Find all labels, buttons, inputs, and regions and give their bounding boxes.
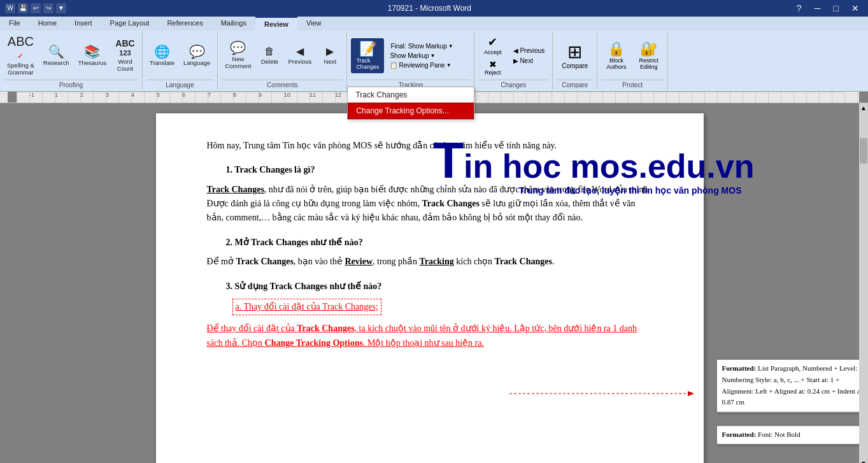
subheading-a-text: a. Thay đổi cài đặt của Track Changes;: [236, 302, 378, 311]
redo-icon[interactable]: ↪: [43, 3, 53, 13]
next-comment-icon: ▶: [326, 46, 334, 57]
spelling-grammar-button[interactable]: ABC✓ Spelling &Grammar: [4, 33, 38, 78]
changes-buttons: ✔ Accept ✖ Reject ◀ Previous ▶ N: [478, 33, 548, 78]
vertical-scrollbar[interactable]: ▲ ▼: [859, 103, 868, 463]
protect-group-label: Protect: [601, 80, 664, 89]
minimize-button[interactable]: ─: [811, 3, 825, 13]
language-group: 🌐 Translate 💬 Language Language: [143, 32, 218, 90]
tc-ref1: Track Changes: [236, 257, 294, 266]
previous-comment-button[interactable]: ◀ Previous: [285, 45, 315, 67]
reject-button[interactable]: ✖ Reject: [478, 58, 507, 77]
tracking-items: 📝 TrackChanges Final: Show Markup ▼ Show…: [351, 33, 470, 78]
word-count-button[interactable]: ABC123 WordCount: [112, 37, 138, 75]
maximize-button[interactable]: □: [830, 3, 843, 13]
translate-label: Translate: [150, 59, 174, 66]
show-markup-label: Show Markup: [390, 52, 429, 59]
new-comment-icon: 💬: [230, 41, 246, 54]
tab-file[interactable]: File: [0, 17, 29, 31]
doc-scroll-area[interactable]: T in hoc mos.edu.vn Trung tâm đào tạo, l…: [0, 103, 859, 463]
final-show-markup-label: Final: Show Markup: [390, 43, 446, 50]
research-icon: 🔍: [48, 45, 64, 58]
formatted-arrow: [509, 387, 701, 400]
formatted-box-2-content: Formatted: Font: Not Bold: [717, 426, 860, 444]
reject-label: Reject: [485, 69, 501, 76]
tab-insert[interactable]: Insert: [66, 17, 101, 31]
language-icon: 💬: [189, 45, 205, 58]
word-count-label: WordCount: [117, 58, 133, 73]
changes-next-icon: ▶: [513, 57, 518, 64]
changes-group-label: Changes: [478, 80, 548, 89]
accept-reject-area: ✔ Accept ✖ Reject: [478, 34, 507, 77]
heading1-text: 1. Track Changes là gì?: [226, 165, 315, 175]
previous-comment-label: Previous: [288, 58, 311, 65]
changes-next-button[interactable]: ▶ Next: [509, 56, 548, 66]
language-label: Language: [183, 59, 210, 66]
scroll-up-button[interactable]: ▲: [859, 103, 868, 113]
reviewing-pane-label: Reviewing Pane: [399, 62, 445, 69]
title-bar-left: W 💾 ↩ ↪ ▼: [5, 3, 66, 13]
tracking-ref: Tracking: [420, 257, 454, 266]
changes-previous-button[interactable]: ◀ Previous: [509, 46, 548, 55]
block-authors-button[interactable]: 🔒 BlockAuthors: [601, 39, 631, 72]
reviewing-pane-row[interactable]: 📋 Reviewing Pane ▼: [388, 61, 455, 69]
changes-previous-icon: ◀: [513, 47, 518, 54]
accept-button[interactable]: ✔ Accept: [478, 34, 507, 57]
help-icon[interactable]: ?: [793, 3, 806, 13]
thesaurus-button[interactable]: 📚 Thesaurus: [75, 43, 110, 68]
undo-icon[interactable]: ↩: [31, 3, 41, 13]
reviewing-pane-arrow: ▼: [446, 62, 452, 68]
scrollbar-thumb[interactable]: [860, 138, 867, 164]
next-comment-label: Next: [324, 58, 337, 65]
comments-group-label: Comments: [222, 80, 343, 89]
proofing-group-label: Proofing: [4, 80, 138, 89]
tab-page-layout[interactable]: Page Layout: [101, 17, 159, 31]
research-button[interactable]: 🔍 Research: [40, 43, 73, 68]
previous-comment-icon: ◀: [296, 46, 304, 57]
next-comment-button[interactable]: ▶ Next: [317, 45, 343, 67]
track-changes-button[interactable]: 📝 TrackChanges: [351, 38, 384, 74]
tab-view[interactable]: View: [297, 17, 331, 31]
cto-ref: Change Tracking Options: [265, 338, 363, 348]
tc-red-ref: Track Changes: [297, 324, 354, 333]
tab-mailings[interactable]: Mailings: [212, 17, 255, 31]
compare-button[interactable]: ⊞ Compare: [557, 39, 593, 71]
language-button[interactable]: 💬 Language: [180, 43, 213, 68]
restrict-editing-button[interactable]: 🔐 RestrictEditing: [634, 39, 664, 72]
ribbon: File Home Insert Page Layout References …: [0, 17, 868, 92]
track-changes-label: TrackChanges: [356, 57, 379, 71]
formatted-box-2: Formatted: Font: Not Bold: [716, 425, 860, 445]
scroll-down-button[interactable]: ▼: [859, 459, 868, 463]
block-authors-label: BlockAuthors: [606, 57, 626, 70]
changes-previous-label: Previous: [520, 47, 544, 54]
spelling-icon: ABC✓: [8, 35, 34, 61]
new-comment-button[interactable]: 💬 NewComment: [222, 39, 254, 72]
close-button[interactable]: ✕: [848, 3, 863, 13]
track-changes-icon: 📝: [359, 41, 376, 57]
accept-label: Accept: [484, 49, 502, 55]
final-show-markup-dropdown[interactable]: Final: Show Markup ▼: [388, 42, 455, 50]
new-comment-label: NewComment: [225, 55, 251, 70]
paragraph2: Để mở Track Changes, bạn vào thẻ Review,…: [207, 255, 653, 269]
tab-references[interactable]: References: [158, 17, 211, 31]
tracking-options: Final: Show Markup ▼ Show Markup ▼ 📋 Rev…: [388, 42, 455, 69]
heading1: 1. Track Changes là gì?: [226, 163, 653, 177]
accept-icon: ✔: [488, 35, 497, 49]
translate-button[interactable]: 🌐 Translate: [146, 43, 178, 68]
restrict-editing-label: RestrictEditing: [639, 57, 658, 70]
tab-home[interactable]: Home: [29, 17, 66, 31]
change-tracking-options-menu-item[interactable]: Change Tracking Options...: [348, 103, 474, 119]
ruler-margin-right: [859, 92, 868, 103]
tab-review[interactable]: Review: [255, 17, 297, 31]
show-markup-row[interactable]: Show Markup ▼: [388, 52, 455, 60]
delete-comment-button[interactable]: 🗑 Delete: [257, 45, 282, 67]
formatted-label-1: Formatted:: [722, 364, 758, 372]
compare-buttons: ⊞ Compare: [557, 33, 593, 78]
window-controls: ? ─ □ ✕: [793, 3, 863, 13]
save-icon[interactable]: 💾: [18, 3, 28, 13]
track-changes-menu-item[interactable]: Track Changes: [348, 87, 474, 103]
customize-icon[interactable]: ▼: [56, 3, 66, 13]
research-label: Research: [43, 59, 69, 66]
restrict-editing-icon: 🔐: [640, 41, 657, 57]
ruler-margin-left: [8, 92, 17, 103]
compare-group: ⊞ Compare Compare: [553, 32, 597, 90]
